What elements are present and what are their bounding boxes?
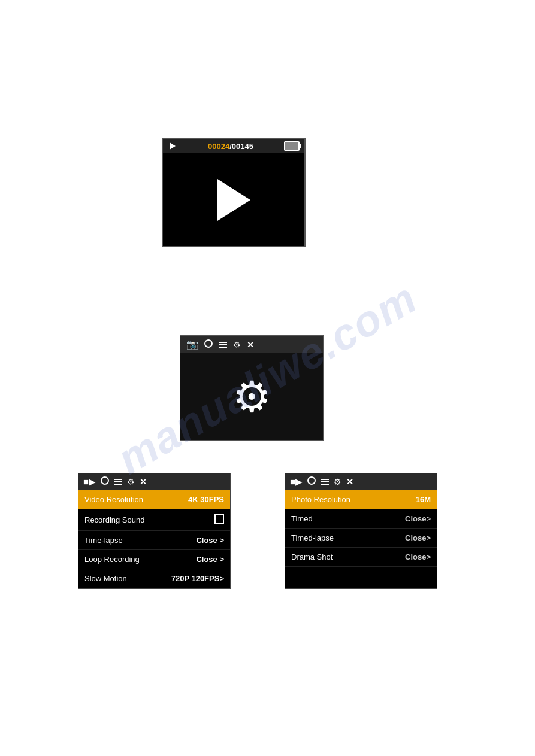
timed-row[interactable]: Timed Close> — [285, 509, 437, 529]
timed-label: Timed — [291, 514, 313, 523]
right-gear-icon: ⚙ — [334, 477, 341, 487]
timed-lapse-label: Timed-lapse — [291, 533, 334, 542]
loop-recording-row[interactable]: Loop Recording Close > — [78, 550, 230, 569]
drama-shot-label: Drama Shot — [291, 552, 333, 561]
large-gear-icon: ⚙ — [232, 372, 271, 422]
video-counter: 00024/00145 — [182, 142, 279, 151]
video-player-header: 00024/00145 — [163, 139, 304, 153]
photo-resolution-row[interactable]: Photo Resolution 16M — [285, 490, 437, 509]
recording-sound-row[interactable]: Recording Sound — [78, 509, 230, 531]
video-body — [163, 153, 304, 246]
photo-resolution-label: Photo Resolution — [291, 495, 350, 504]
slow-motion-label: Slow Motion — [84, 574, 127, 583]
circle-icon — [204, 339, 213, 350]
loop-recording-label: Loop Recording — [84, 555, 140, 564]
right-close-icon[interactable]: ✕ — [346, 477, 353, 487]
play-icon-small — [168, 141, 177, 151]
left-gear-icon: ⚙ — [127, 477, 135, 487]
right-lines-icon — [321, 479, 329, 485]
right-panel-header: ■▶ ⚙ ✕ — [285, 473, 437, 490]
left-menu-panel: ■▶ ⚙ ✕ Video Resolution 4K 30FPS Recordi… — [78, 473, 231, 589]
timed-lapse-row[interactable]: Timed-lapse Close> — [285, 529, 437, 548]
right-video-cam-icon: ■▶ — [290, 476, 303, 487]
photo-resolution-value: 16M — [416, 495, 431, 504]
left-panel-header: ■▶ ⚙ ✕ — [78, 473, 230, 490]
battery-icon — [284, 141, 300, 151]
close-icon[interactable]: ✕ — [247, 340, 254, 350]
video-resolution-label: Video Resolution — [84, 495, 143, 504]
timelapse-row[interactable]: Time-lapse Close > — [78, 531, 230, 550]
left-video-cam-icon: ■▶ — [83, 476, 96, 487]
bottom-panels: ■▶ ⚙ ✕ Video Resolution 4K 30FPS Recordi… — [78, 473, 437, 589]
recording-sound-checkbox[interactable] — [214, 514, 224, 524]
settings-widget-header: 📷 ⚙ ✕ — [180, 336, 323, 353]
timelapse-value: Close > — [196, 536, 224, 545]
right-menu-panel: ■▶ ⚙ ✕ Photo Resolution 16M Timed Close>… — [285, 473, 437, 589]
video-resolution-row[interactable]: Video Resolution 4K 30FPS — [78, 490, 230, 509]
loop-recording-value: Close > — [196, 555, 224, 564]
counter-current: 00024 — [208, 142, 229, 151]
recording-sound-label: Recording Sound — [84, 515, 144, 524]
gear-icon: ⚙ — [233, 340, 241, 350]
recording-sound-value — [214, 514, 224, 526]
video-resolution-value: 4K 30FPS — [188, 495, 224, 504]
left-close-icon[interactable]: ✕ — [140, 477, 147, 487]
slow-motion-value: 720P 120FPS> — [171, 574, 224, 583]
counter-total: 00145 — [232, 142, 253, 151]
video-cam-icon: 📷 — [186, 339, 198, 350]
right-circle-icon — [307, 476, 316, 487]
drama-shot-value: Close> — [405, 552, 431, 561]
settings-body: ⚙ — [180, 353, 323, 440]
left-circle-icon — [101, 476, 109, 487]
timed-lapse-value: Close> — [405, 533, 431, 542]
big-play-button[interactable] — [217, 179, 250, 221]
lines-icon — [219, 342, 227, 348]
drama-shot-row[interactable]: Drama Shot Close> — [285, 548, 437, 567]
video-player: 00024/00145 — [162, 138, 306, 247]
settings-widget: 📷 ⚙ ✕ ⚙ — [180, 335, 324, 441]
slow-motion-row[interactable]: Slow Motion 720P 120FPS> — [78, 569, 230, 588]
left-lines-icon — [114, 479, 122, 485]
timed-value: Close> — [405, 514, 431, 523]
timelapse-label: Time-lapse — [84, 536, 123, 545]
